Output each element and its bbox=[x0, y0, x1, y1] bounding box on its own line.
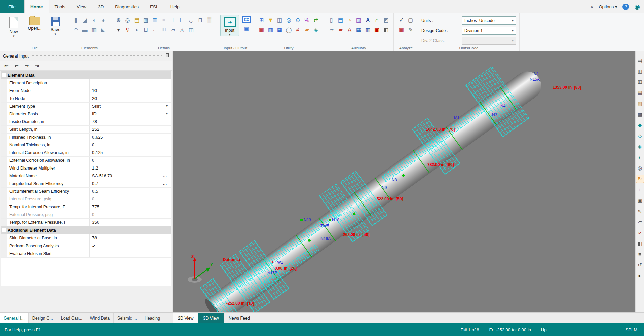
percent-icon[interactable]: % bbox=[303, 16, 311, 24]
previous-element-button[interactable]: ⇐ bbox=[12, 62, 21, 69]
body-flange-icon[interactable]: ▥ bbox=[90, 26, 98, 34]
pin-icon[interactable] bbox=[165, 53, 169, 59]
panel-tab-seismic[interactable]: Seismic ... bbox=[114, 313, 141, 323]
select-cursor-icon[interactable]: ↖ bbox=[636, 207, 644, 215]
local-thin-area-icon[interactable]: ▱ bbox=[169, 26, 177, 34]
leg-support-icon[interactable]: ⊥ bbox=[169, 16, 177, 24]
field-value-to-node[interactable]: 20 bbox=[90, 95, 171, 102]
skirt-element-icon[interactable]: ◣ bbox=[99, 26, 107, 34]
tolerance-icon[interactable]: ≠ bbox=[294, 26, 302, 34]
summary-report-icon[interactable]: ▨ bbox=[636, 99, 644, 108]
tank-icon[interactable]: ◫ bbox=[276, 16, 284, 24]
elliptical-head-icon[interactable]: ◖ bbox=[90, 16, 98, 24]
calculator-icon[interactable]: ⊞ bbox=[258, 16, 266, 24]
cone-element-icon[interactable]: ◢ bbox=[81, 16, 89, 24]
lug-support-icon[interactable]: ⊢ bbox=[178, 16, 186, 24]
spreadsheet-icon[interactable]: ▦ bbox=[355, 26, 363, 34]
rotate-view-icon[interactable]: ↻ bbox=[636, 175, 644, 183]
convert-units-icon[interactable]: ⇄ bbox=[312, 16, 320, 24]
grid-section-additional-element-data[interactable]: −Additional Element Data bbox=[1, 226, 171, 234]
field-value-longitudinal-seam-efficiency[interactable]: 0.7… bbox=[90, 180, 171, 187]
tailing-lug-icon[interactable]: ◬ bbox=[178, 26, 186, 34]
collapse-ribbon-icon[interactable]: ∧ bbox=[590, 4, 594, 9]
design-code-combo[interactable]: Division 1▼ bbox=[462, 27, 516, 35]
spherical-head-icon[interactable]: ◕ bbox=[99, 16, 107, 24]
clipping-plane-icon[interactable]: ◧ bbox=[636, 239, 644, 248]
input-listing-icon[interactable]: ▥ bbox=[636, 67, 644, 75]
saddle-icon[interactable]: ◡ bbox=[187, 16, 195, 24]
field-value-perform-basering-analysis[interactable]: ✔ bbox=[90, 242, 171, 250]
output-view-icon[interactable]: ▣ bbox=[244, 25, 249, 31]
dropdown-arrow-icon[interactable]: ▾ bbox=[55, 33, 56, 35]
field-value-nominal-thickness-in[interactable]: 0 bbox=[90, 141, 171, 149]
flange-calc-icon[interactable]: ▥ bbox=[267, 26, 275, 34]
menu-tab-diagnostics[interactable]: Diagnostics bbox=[109, 0, 144, 13]
image-export-icon[interactable]: ▱ bbox=[328, 26, 336, 34]
view-tab-news-feed[interactable]: News Feed bbox=[224, 313, 255, 323]
output-report-icon[interactable]: ▤ bbox=[636, 56, 644, 65]
field-value-internal-pressure-psig[interactable]: 0 bbox=[90, 195, 171, 203]
force-moment-icon[interactable]: ↯ bbox=[124, 26, 132, 34]
acrobat-icon[interactable]: ▣ bbox=[373, 26, 381, 34]
last-element-button[interactable]: ⇥ bbox=[33, 62, 41, 69]
tray-icon[interactable]: ⊓ bbox=[196, 16, 204, 24]
field-value-wind-diameter-multiplier[interactable]: 1.2 bbox=[90, 164, 171, 172]
open-button[interactable]: Open... bbox=[25, 15, 44, 37]
misc-detail-icon[interactable]: ◫ bbox=[187, 26, 195, 34]
collapse-section-icon[interactable]: − bbox=[2, 73, 6, 77]
pdf-export-icon[interactable]: A bbox=[346, 26, 354, 34]
panel-tab-wind-data[interactable]: Wind Data bbox=[86, 313, 114, 323]
translucent-view-icon[interactable]: ◐ bbox=[636, 153, 644, 161]
calculator2-icon[interactable]: ▥ bbox=[364, 26, 372, 34]
options-menu[interactable]: Options ▾ bbox=[599, 4, 617, 9]
weight-icon[interactable]: ▾ bbox=[115, 26, 123, 34]
field-value-skirt-length-in[interactable]: 252 bbox=[90, 126, 171, 133]
toolbox-icon[interactable]: ⌂ bbox=[373, 16, 381, 24]
notes-icon[interactable]: ▩ bbox=[636, 110, 644, 118]
ellipsis-button[interactable]: … bbox=[163, 188, 167, 193]
cylinder-element-icon[interactable]: ▮ bbox=[72, 16, 80, 24]
wireframe-view-icon[interactable]: ◇ bbox=[636, 132, 644, 140]
measure-icon[interactable]: ⌀ bbox=[636, 228, 644, 237]
misc-utility-icon[interactable]: ◈ bbox=[312, 26, 320, 34]
material-database-icon[interactable]: ◩ bbox=[382, 16, 390, 24]
field-value-evaluate-holes-in-skirt[interactable] bbox=[90, 250, 171, 257]
bolt-calc-icon[interactable]: ▰ bbox=[303, 26, 311, 34]
field-value-from-node[interactable]: 10 bbox=[90, 87, 171, 95]
clip-icon[interactable]: ⌐ bbox=[151, 26, 159, 34]
wheel-icon[interactable]: ◉ bbox=[634, 4, 640, 10]
hidden-line-view-icon[interactable]: ◈ bbox=[636, 142, 644, 151]
next-element-button[interactable]: ⇒ bbox=[23, 62, 31, 69]
weld-seam-icon[interactable]: ≋ bbox=[160, 26, 168, 34]
pipe-icon[interactable]: ▯ bbox=[328, 16, 336, 24]
packing-icon[interactable]: ▒ bbox=[205, 16, 214, 24]
collapse-section-icon[interactable]: − bbox=[2, 228, 6, 232]
menu-tab-3d[interactable]: 3D bbox=[92, 0, 109, 13]
ellipsis-button[interactable]: … bbox=[163, 181, 167, 186]
word-export-icon[interactable]: ▰ bbox=[337, 26, 345, 34]
field-value-inside-diameter-in[interactable]: 78 bbox=[90, 118, 171, 125]
torispherical-head-icon[interactable]: ◠ bbox=[72, 26, 80, 34]
field-value-finished-thickness-in[interactable]: 0.625 bbox=[90, 134, 171, 141]
lining-icon[interactable]: ▧ bbox=[142, 16, 150, 24]
field-value-circumferential-seam-efficiency[interactable]: 0.5… bbox=[90, 188, 171, 195]
input-button[interactable]: ⇢Input▾ bbox=[220, 15, 239, 36]
shaded-solid-view-icon[interactable]: ◆ bbox=[636, 121, 644, 129]
stiffening-ring-icon[interactable]: ◎ bbox=[124, 16, 132, 24]
field-value-diameter-basis[interactable]: ID▾ bbox=[90, 110, 171, 118]
field-value-temp-for-external-pressure-f[interactable]: 350 bbox=[90, 219, 171, 226]
viewport-3d[interactable]: Z Y N1N15A1353.00 in [80]N4N3M11042.00 i… bbox=[173, 51, 635, 312]
annotation-icon[interactable]: A bbox=[364, 16, 372, 24]
zoom-window-icon[interactable]: ▣ bbox=[636, 196, 644, 204]
view-tab-2d-view[interactable]: 2D View bbox=[173, 313, 198, 323]
first-element-button[interactable]: ⇤ bbox=[2, 62, 11, 69]
paint-icon[interactable]: ◔ bbox=[346, 16, 354, 24]
panel-tab-heading[interactable]: Heading bbox=[141, 313, 164, 323]
report-template-icon[interactable]: ▤ bbox=[337, 16, 345, 24]
stress-report-icon[interactable]: ▣ bbox=[258, 26, 266, 34]
settings-icon[interactable]: ◧ bbox=[382, 26, 390, 34]
search-icon[interactable]: ⊙ bbox=[294, 16, 302, 24]
dxf-export-icon[interactable]: ▨ bbox=[355, 16, 363, 24]
field-value-external-pressure-psig[interactable]: 0 bbox=[90, 211, 171, 218]
field-value-internal-corrosion-allowance-in[interactable]: 0.125 bbox=[90, 149, 171, 156]
